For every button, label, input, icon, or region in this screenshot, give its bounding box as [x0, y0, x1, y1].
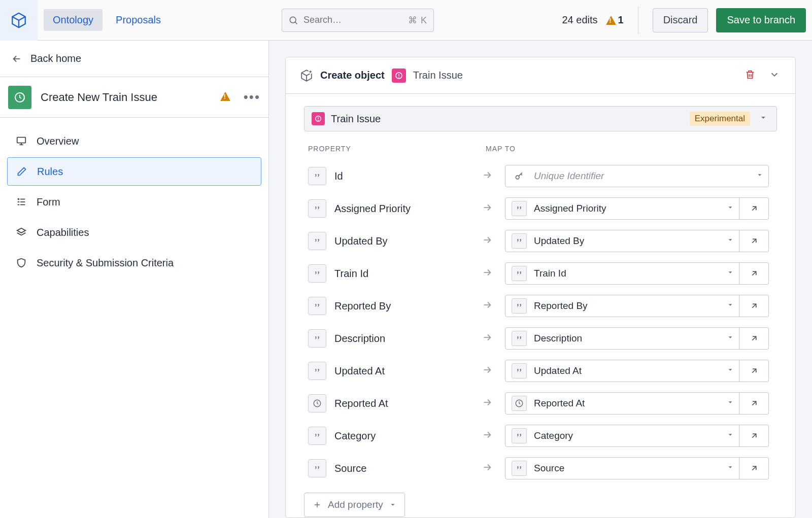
map-to-value: Unique Identifier	[534, 170, 749, 182]
property-row: Source Source	[304, 452, 777, 485]
map-to-value: Description	[534, 333, 720, 344]
sidebar-item-form[interactable]: Form	[7, 188, 261, 216]
property-rows: Id Unique Identifier Assigned Priority A…	[304, 160, 777, 485]
main-area: Create object Train Issue T	[269, 41, 812, 518]
quote-icon	[512, 428, 527, 443]
map-to-select[interactable]: Description	[505, 327, 739, 350]
map-to-value: Updated By	[534, 235, 720, 247]
add-property-button[interactable]: Add property	[304, 493, 405, 517]
map-to-value: Reported At	[534, 398, 720, 409]
map-to-select[interactable]: Unique Identifier	[505, 165, 769, 187]
open-mapping-button[interactable]	[739, 425, 769, 447]
map-to-value: Assigned Priority	[534, 203, 720, 214]
property-row: Assigned Priority Assigned Priority	[304, 192, 777, 225]
object-dropdown-toggle[interactable]	[756, 114, 770, 124]
quote-icon	[308, 329, 326, 348]
open-mapping-button[interactable]	[739, 392, 769, 415]
arrow-left-icon	[11, 53, 22, 64]
svg-point-7	[318, 120, 319, 121]
pencil-icon	[16, 166, 28, 177]
sidebar-item-label: Security & Submission Criteria	[37, 257, 174, 269]
map-to-cell: Unique Identifier	[505, 165, 769, 187]
open-mapping-button[interactable]	[739, 262, 769, 285]
property-row: Reported By Reported By	[304, 290, 777, 322]
map-to-cell: Assigned Priority	[505, 197, 769, 220]
object-title-row: Create New Train Issue •••	[0, 77, 268, 118]
property-row: Id Unique Identifier	[304, 160, 777, 192]
column-property: PROPERTY	[308, 145, 486, 153]
arrow-right-icon	[482, 332, 505, 345]
quote-icon	[308, 362, 326, 380]
action-icon	[8, 86, 31, 109]
open-mapping-button[interactable]	[739, 295, 769, 317]
map-to-cell: Reported By	[505, 295, 769, 317]
map-to-select[interactable]: Updated By	[505, 230, 739, 252]
app-logo	[0, 0, 38, 41]
property-label: Train Id	[304, 264, 482, 283]
discard-button[interactable]: Discard	[653, 8, 708, 32]
chevron-down-icon	[389, 501, 396, 508]
quote-icon	[512, 201, 527, 216]
property-name: Updated By	[334, 235, 388, 247]
quote-icon	[308, 232, 326, 250]
search-input[interactable]: ⌘ K	[282, 9, 434, 32]
map-to-value: Updated At	[534, 365, 720, 376]
clock-icon	[512, 396, 527, 411]
property-name: Source	[334, 463, 366, 474]
back-home[interactable]: Back home	[0, 41, 268, 77]
plus-icon	[313, 500, 322, 509]
sidebar-item-capabilities[interactable]: Capabilities	[7, 218, 261, 247]
mapping-header: PROPERTY MAP TO	[304, 145, 777, 160]
property-label: Updated By	[304, 232, 482, 250]
map-to-select[interactable]: Reported At	[505, 392, 739, 415]
chevron-down-icon	[727, 464, 734, 473]
tab-ontology[interactable]: Ontology	[44, 9, 103, 31]
quote-icon	[308, 264, 326, 283]
sidebar-item-overview[interactable]: Overview	[7, 127, 261, 155]
property-label: Source	[304, 459, 482, 477]
property-row: Train Id Train Id	[304, 257, 777, 290]
map-to-select[interactable]: Updated At	[505, 360, 739, 382]
layers-icon	[15, 227, 27, 238]
more-menu[interactable]: •••	[244, 89, 260, 105]
save-button[interactable]: Save to branch	[716, 8, 806, 32]
quote-icon	[512, 461, 527, 476]
quote-icon	[308, 297, 326, 315]
property-name: Train Id	[334, 268, 368, 280]
map-to-cell: Updated By	[505, 230, 769, 252]
map-to-select[interactable]: Reported By	[505, 295, 739, 317]
open-mapping-button[interactable]	[739, 327, 769, 350]
svg-point-5	[398, 77, 399, 78]
object-badge-icon	[312, 112, 325, 125]
search-field[interactable]	[303, 15, 380, 25]
open-mapping-button[interactable]	[739, 360, 769, 382]
open-mapping-button[interactable]	[739, 457, 769, 479]
property-name: Category	[334, 430, 376, 442]
tab-proposals[interactable]: Proposals	[107, 9, 170, 31]
panel-header: Create object Train Issue	[286, 57, 795, 94]
property-row: Description Description	[304, 322, 777, 355]
panel-body: Train Issue Experimental PROPERTY MAP TO…	[286, 94, 795, 517]
sidebar-item-rules[interactable]: Rules	[7, 157, 261, 186]
open-mapping-button[interactable]	[739, 197, 769, 220]
cube-icon	[10, 12, 27, 29]
warning-badge[interactable]: 1	[606, 14, 624, 26]
title-warning-icon[interactable]	[220, 92, 230, 103]
chevron-down-icon	[727, 334, 734, 343]
map-to-select[interactable]: Source	[505, 457, 739, 479]
sidebar-item-security[interactable]: Security & Submission Criteria	[7, 249, 261, 277]
object-selector[interactable]: Train Issue Experimental	[304, 106, 777, 131]
chevron-down-icon	[727, 269, 734, 278]
property-name: Assigned Priority	[334, 203, 411, 215]
edits-count: 24 edits	[562, 14, 597, 26]
map-to-select[interactable]: Train Id	[505, 262, 739, 285]
map-to-select[interactable]: Assigned Priority	[505, 197, 739, 220]
property-row: Category Category	[304, 420, 777, 452]
map-to-select[interactable]: Category	[505, 425, 739, 447]
delete-button[interactable]	[741, 66, 759, 85]
panel-action-label: Create object	[320, 70, 385, 81]
experimental-tag: Experimental	[690, 112, 750, 126]
arrow-right-icon	[482, 234, 505, 248]
collapse-button[interactable]	[766, 66, 783, 85]
open-mapping-button[interactable]	[739, 230, 769, 252]
